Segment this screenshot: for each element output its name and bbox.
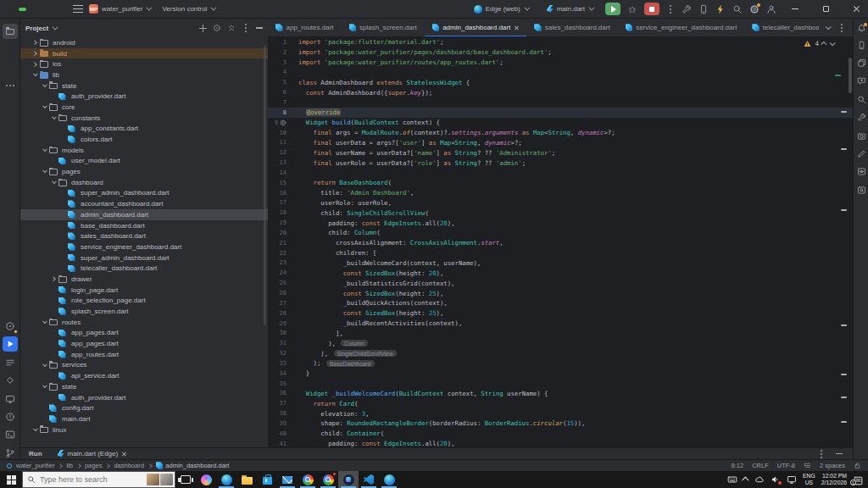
tree-item[interactable]: auth_provider.dart [20,392,268,403]
taskbar-chrome-profile-icon[interactable] [318,471,338,488]
editor-tab[interactable]: telecaller_dashboard.dart [744,19,819,36]
code-style-icon[interactable] [804,462,811,469]
main-menu-icon[interactable] [73,5,83,13]
code-line[interactable]: 10 final args = ModalRoute.of(context)?.… [268,128,853,138]
editor-tab[interactable]: sales_dashboard.dart [526,19,617,36]
code-line[interactable]: 29 _buildRecentActivities(context), [268,319,853,329]
code-line[interactable]: 31 ), Column [268,338,853,348]
inspection-widget[interactable]: 4 [804,40,834,47]
code-line[interactable]: 26 const SizedBox(height: 25), [268,288,853,298]
touch-keyboard-icon[interactable] [727,474,737,485]
tree-item[interactable]: constants [20,113,268,124]
chevron-down-icon[interactable] [31,73,40,76]
code-line[interactable]: 38 elevation: 3, [268,408,853,419]
tree-item[interactable]: base_dashboard.dart [20,220,268,231]
tree-item[interactable]: api_service.dart [20,370,268,381]
collapse-all-icon[interactable] [227,24,236,32]
settings-gear-icon[interactable] [749,4,760,14]
tree-item[interactable]: app_pages.dart [20,328,268,339]
chevron-down-icon[interactable] [40,385,49,388]
terminal-icon[interactable] [3,427,18,442]
tree-item[interactable]: lib [20,69,268,80]
more-actions-icon[interactable] [670,8,671,10]
code-line[interactable]: 14 [268,168,853,178]
volume-icon[interactable] [771,474,781,485]
search-highlight-thumbnails[interactable] [147,474,173,485]
code-line[interactable]: 8 @override [268,108,853,118]
project-selector[interactable]: WP water_purifier [83,0,156,18]
tree-item[interactable]: app_routes.dart [20,349,268,360]
editor-tab[interactable]: app_routes.dart [268,19,342,36]
tree-item[interactable]: accountant_dashboard.dart [20,198,268,209]
chevron-down-icon[interactable] [40,363,49,367]
layout-inspector-icon[interactable] [855,166,867,178]
tree-item[interactable]: user_model.dart [20,156,268,167]
search-input[interactable] [40,475,125,484]
taskbar-edge-icon[interactable] [216,471,236,488]
chevron-down-icon[interactable] [49,116,58,119]
close-button[interactable] [844,0,868,18]
code-line[interactable]: 16 title: 'Admin Dashboard', [268,188,853,198]
editor-tab[interactable]: admin_dashboard.dart [425,19,527,36]
taskbar-search[interactable] [22,471,175,488]
add-icon[interactable] [199,25,207,32]
tree-item[interactable]: android [20,37,268,48]
code-line[interactable]: 22 children: [ [268,248,853,258]
compose-icon[interactable] [855,147,867,159]
chevron-down-icon[interactable] [31,428,40,431]
tree-item[interactable]: splash_screen.dart [20,306,268,317]
tree-item[interactable]: app_pages.dart [20,338,268,349]
override-gutter-icon[interactable] [280,119,287,126]
editor-scrollbar[interactable] [849,58,852,93]
code-line[interactable]: 13 final userRole = userData?['role'] as… [268,158,853,168]
code-line[interactable]: 12 final userName = userData?['name'] as… [268,147,853,158]
hide-panel-icon[interactable] [256,27,263,28]
onedrive-icon[interactable] [754,474,765,485]
chevron-down-icon[interactable] [40,84,49,87]
dart-devtools-icon[interactable] [3,373,18,388]
tree-item[interactable]: routes [20,317,268,328]
run-panel-title[interactable]: Run [20,450,51,458]
device-manager-icon[interactable] [698,4,709,14]
build-variants-icon[interactable] [855,57,867,69]
run-config-tab[interactable]: main.dart (Edge) [51,448,134,459]
find-icon[interactable] [855,184,867,196]
tree-item[interactable]: state [20,80,268,92]
running-devices-icon[interactable] [855,39,867,51]
tree-item[interactable]: auth_provider.dart [20,91,268,102]
chevron-down-icon[interactable] [40,169,49,173]
code-line[interactable]: 1import 'package:flutter/material.dart'; [268,37,853,47]
tree-item[interactable]: super_admin_dashboard.dart [20,252,268,263]
run-button[interactable] [605,3,620,15]
taskbar-edge-dev-icon[interactable] [379,471,399,488]
chevron-down-icon[interactable] [40,148,49,152]
tree-item[interactable]: telecaller_dashboard.dart [20,263,268,274]
build-icon[interactable] [682,4,692,14]
stop-button[interactable] [644,3,659,15]
tree-item[interactable]: state [20,381,268,392]
code-editor[interactable]: 1import 'package:flutter/material.dart';… [268,37,853,447]
tree-item[interactable]: drawer [20,274,268,285]
tree-item[interactable]: core [20,102,268,113]
close-run-tab-icon[interactable] [121,452,126,457]
tree-item[interactable]: main.dart [20,413,268,424]
dart-analysis-icon[interactable] [3,319,18,334]
taskbar-store-icon[interactable] [257,471,277,488]
network-icon[interactable] [787,474,797,485]
hidden-icons-chevron[interactable] [742,476,748,483]
run-config-selector[interactable]: main.dart [541,0,598,18]
close-tab-icon[interactable] [514,25,519,30]
chevron-down-icon[interactable] [49,180,58,184]
code-line[interactable]: 30 ], [268,328,853,338]
code-line[interactable]: 19 padding: const EdgeInsets.all(20), [268,218,853,228]
hot-reload-icon[interactable] [715,4,726,14]
code-line[interactable]: 35 [268,379,853,389]
panel-options-icon[interactable] [245,27,247,29]
profile-icon[interactable] [766,4,776,14]
code-line[interactable]: 33 ); BaseDashboard [268,358,853,369]
code-line[interactable]: 5class AdminDashboard extends StatelessW… [268,77,853,87]
more-tool-windows-icon[interactable] [3,78,18,93]
code-line[interactable]: 39 shape: RoundedRectangleBorder(borderR… [268,419,853,429]
tree-item[interactable]: pages [20,166,268,177]
editor-tab[interactable]: service_engineer_dashboard.dart [618,19,745,36]
